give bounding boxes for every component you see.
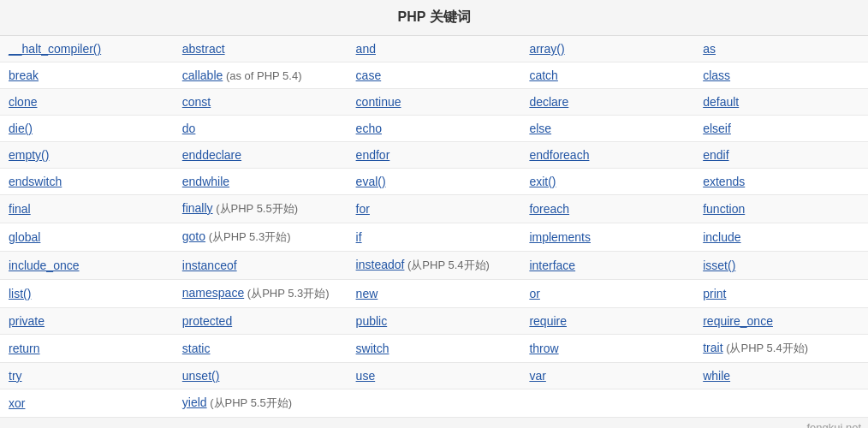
keyword-link[interactable]: break — [9, 68, 39, 82]
keyword-link[interactable]: switch — [356, 342, 389, 355]
keyword-link[interactable]: echo — [356, 122, 382, 135]
keyword-link[interactable]: print — [703, 287, 726, 300]
table-cell: public — [348, 308, 521, 335]
keyword-link[interactable]: class — [703, 68, 730, 82]
keyword-link[interactable]: const — [182, 95, 211, 109]
table-cell: list() — [0, 280, 174, 308]
keyword-link[interactable]: endforeach — [529, 148, 589, 162]
table-cell: case — [348, 62, 521, 89]
table-cell: continue — [348, 89, 521, 116]
keyword-link[interactable]: use — [356, 369, 376, 383]
keyword-link[interactable]: endswitch — [9, 175, 62, 188]
keyword-link[interactable]: finally — [182, 201, 213, 215]
keyword-link[interactable]: eval() — [356, 175, 386, 188]
keyword-link[interactable]: xor — [9, 396, 25, 410]
keyword-link[interactable]: abstract — [182, 42, 225, 56]
keyword-link[interactable]: require_once — [703, 314, 773, 328]
keyword-link[interactable]: unset() — [182, 369, 220, 383]
table-row: list()namespace (从PHP 5.3开始)neworprint — [0, 280, 868, 308]
table-row: die()doechoelseelseif — [0, 116, 868, 142]
table-cell: private — [0, 308, 174, 335]
keyword-link[interactable]: goto — [182, 229, 205, 243]
keyword-link[interactable]: return — [9, 342, 40, 355]
keyword-link[interactable]: list() — [9, 287, 31, 300]
keyword-link[interactable]: global — [9, 230, 40, 244]
keyword-link[interactable]: while — [703, 369, 730, 383]
keyword-link[interactable]: implements — [529, 230, 591, 244]
keyword-link[interactable]: extends — [703, 175, 745, 188]
keyword-link[interactable]: var — [529, 369, 545, 383]
keyword-link[interactable]: instanceof — [182, 259, 237, 272]
keyword-link[interactable]: callable — [182, 68, 223, 82]
table-cell: static — [174, 335, 348, 363]
keyword-link[interactable]: include_once — [9, 259, 80, 272]
keyword-link[interactable]: include — [703, 230, 740, 244]
table-cell: function — [694, 195, 868, 223]
keyword-link[interactable]: throw — [529, 342, 558, 355]
keyword-link[interactable]: private — [9, 314, 45, 328]
table-cell: or — [520, 280, 694, 308]
keyword-link[interactable]: endif — [703, 148, 728, 162]
keyword-link[interactable]: if — [356, 230, 362, 244]
keyword-link[interactable]: as — [703, 42, 716, 56]
table-cell: require — [520, 308, 694, 335]
keyword-link[interactable]: else — [529, 122, 551, 135]
keyword-link[interactable]: empty() — [9, 148, 49, 162]
table-row: globalgoto (从PHP 5.3开始)ifimplementsinclu… — [0, 223, 868, 252]
keyword-link[interactable]: function — [703, 202, 745, 216]
table-cell: isset() — [694, 252, 868, 280]
keyword-link[interactable]: array() — [529, 42, 564, 56]
keyword-link[interactable]: do — [182, 122, 196, 135]
table-cell: enddeclare — [174, 142, 348, 169]
page-title: PHP 关键词 — [0, 0, 868, 36]
table-row: returnstaticswitchthrowtrait (从PHP 5.4开始… — [0, 335, 868, 363]
table-cell: final — [0, 195, 174, 223]
table-cell: as — [694, 36, 868, 62]
keyword-link[interactable]: protected — [182, 314, 232, 328]
keyword-link[interactable]: exit() — [529, 175, 556, 188]
table-cell: include — [694, 223, 868, 252]
keyword-link[interactable]: isset() — [703, 259, 735, 272]
table-cell: exit() — [520, 169, 694, 195]
table-cell: and — [348, 36, 521, 62]
keyword-link[interactable]: final — [9, 202, 31, 216]
keyword-link[interactable]: require — [529, 314, 567, 328]
keyword-link[interactable]: for — [356, 202, 370, 216]
keyword-link[interactable]: endfor — [356, 148, 390, 162]
table-row: tryunset()usevarwhile — [0, 363, 868, 389]
keyword-link[interactable]: and — [356, 42, 376, 56]
table-cell: goto (从PHP 5.3开始) — [174, 223, 348, 252]
keyword-link[interactable]: interface — [529, 259, 575, 272]
table-cell: if — [348, 223, 521, 252]
keyword-link[interactable]: clone — [9, 95, 37, 109]
keyword-link[interactable]: continue — [356, 95, 401, 109]
keyword-link[interactable]: static — [182, 342, 211, 355]
keyword-link[interactable]: default — [703, 95, 739, 109]
keyword-link[interactable]: new — [356, 287, 378, 300]
table-row: include_onceinstanceofinsteadof (从PHP 5.… — [0, 252, 868, 280]
keyword-link[interactable]: endwhile — [182, 175, 229, 188]
keyword-link[interactable]: or — [529, 287, 539, 300]
table-cell: require_once — [694, 308, 868, 335]
keyword-link[interactable]: trait — [703, 341, 722, 354]
keyword-link[interactable]: namespace — [182, 286, 244, 300]
keyword-link[interactable]: foreach — [529, 202, 569, 216]
keyword-link[interactable]: insteadof — [356, 258, 405, 271]
keyword-link[interactable]: catch — [529, 68, 557, 82]
keyword-link[interactable]: elseif — [703, 122, 731, 135]
table-row: finalfinally (从PHP 5.5开始)forforeachfunct… — [0, 195, 868, 223]
table-cell: array() — [520, 36, 694, 62]
keyword-note: (从PHP 5.3开始) — [205, 230, 290, 243]
keyword-link[interactable]: case — [356, 68, 382, 82]
keyword-note: (从PHP 5.4开始) — [404, 259, 489, 271]
keyword-link[interactable]: die() — [9, 122, 33, 135]
keyword-link[interactable]: public — [356, 314, 388, 328]
keyword-note: (从PHP 5.4开始) — [723, 342, 808, 354]
keyword-link[interactable]: enddeclare — [182, 148, 241, 162]
table-cell: const — [174, 89, 348, 116]
keyword-link[interactable]: yield — [182, 395, 207, 409]
table-cell — [694, 389, 868, 418]
keyword-link[interactable]: try — [9, 369, 22, 383]
keyword-link[interactable]: __halt_compiler() — [9, 42, 101, 56]
keyword-link[interactable]: declare — [529, 95, 568, 109]
